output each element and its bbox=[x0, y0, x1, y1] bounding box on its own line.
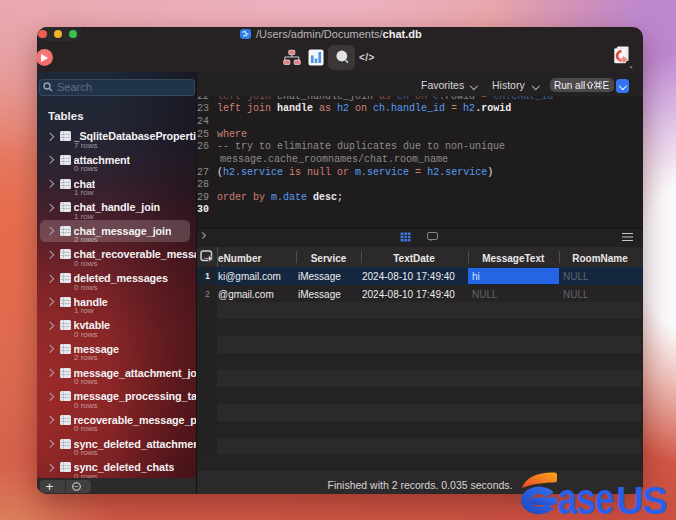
svg-text:ase: ase bbox=[558, 473, 615, 520]
svg-text:US: US bbox=[616, 479, 667, 520]
